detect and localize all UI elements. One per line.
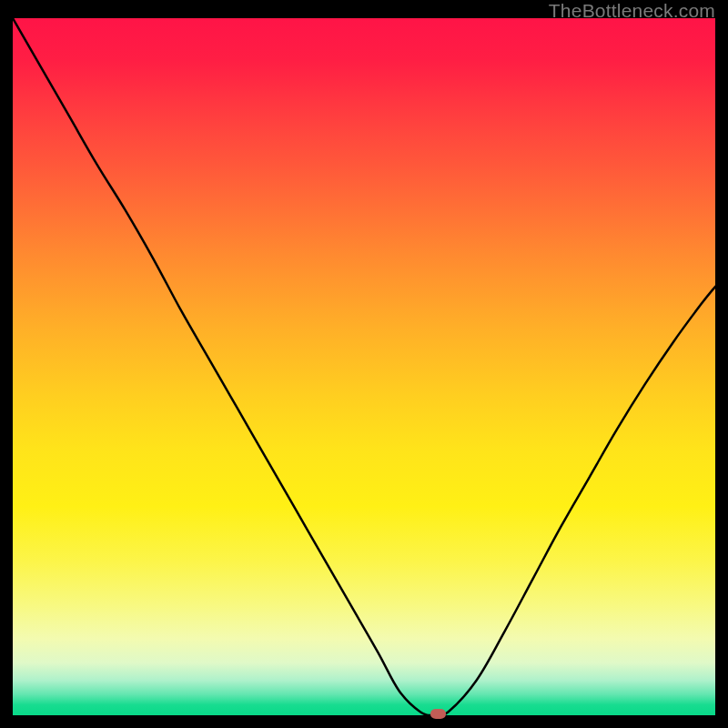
- chart-plot-area: [13, 18, 715, 715]
- bottleneck-curve: [13, 18, 715, 715]
- watermark-text: TheBottleneck.com: [549, 0, 715, 22]
- chart-frame: TheBottleneck.com: [0, 0, 728, 728]
- optimal-point-marker: [430, 709, 446, 719]
